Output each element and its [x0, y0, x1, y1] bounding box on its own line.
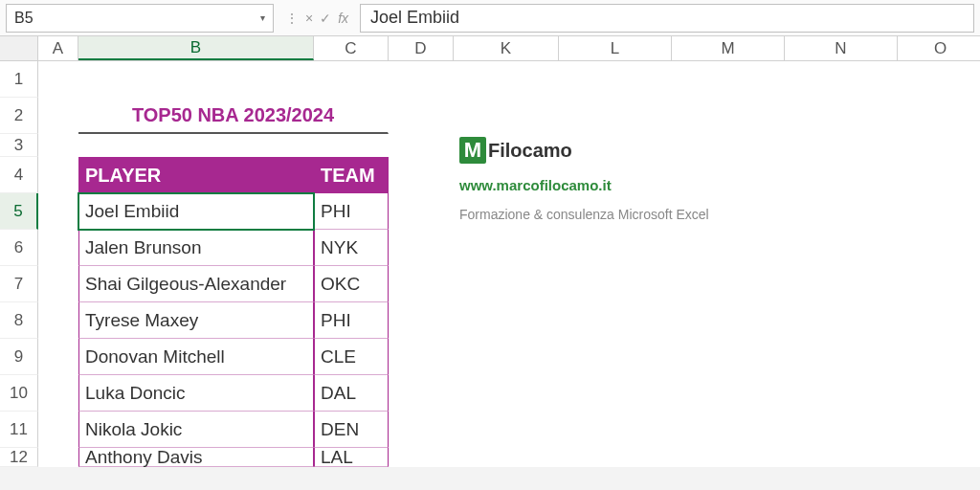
cell[interactable] [38, 448, 78, 467]
row-header[interactable]: 12 [0, 448, 38, 467]
cell[interactable] [78, 61, 314, 98]
player-cell[interactable]: Joel Embiid [78, 193, 314, 230]
table-header-team[interactable]: TEAM [314, 157, 389, 193]
table-row: Jalen BrunsonNYK [38, 230, 980, 266]
divider-icon: ⋮ [283, 11, 301, 26]
cancel-icon[interactable]: × [303, 11, 315, 26]
team-cell[interactable]: PHI [314, 193, 389, 230]
cell[interactable] [38, 134, 78, 157]
grid-area: ABCDKLMNO TOP50 NBA 2023/2024 PLAYER [38, 36, 980, 467]
logo-icon: M [459, 137, 486, 164]
fx-icon[interactable]: fx [336, 11, 350, 26]
team-cell[interactable]: PHI [314, 302, 389, 339]
cell-reference: B5 [14, 10, 33, 27]
column-header[interactable]: N [785, 36, 898, 60]
team-cell[interactable]: CLE [314, 339, 389, 375]
player-cell[interactable]: Anthony Davis [78, 448, 314, 467]
table-row: Shai Gilgeous-AlexanderOKC [38, 266, 980, 302]
cell[interactable] [38, 230, 78, 266]
logo-text: Filocamo [488, 140, 572, 162]
column-header[interactable]: K [454, 36, 559, 60]
formula-value: Joel Embiid [370, 8, 459, 28]
cell[interactable] [38, 339, 78, 375]
team-cell[interactable]: OKC [314, 266, 389, 302]
row-header[interactable]: 4 [0, 157, 38, 193]
title-cell[interactable]: TOP50 NBA 2023/2024 [78, 98, 389, 134]
column-header[interactable]: B [78, 36, 314, 60]
cell[interactable] [38, 61, 78, 98]
cell[interactable] [38, 98, 78, 134]
column-header[interactable]: A [38, 36, 78, 60]
grid-body[interactable]: TOP50 NBA 2023/2024 PLAYER TEAM Joel Emb… [38, 61, 980, 467]
column-header[interactable]: C [314, 36, 389, 60]
branding-overlay: M Filocamo www.marcofilocamo.it Formazio… [459, 137, 709, 222]
formula-controls: ⋮ × ✓ fx [278, 11, 356, 26]
row-header[interactable]: 6 [0, 230, 38, 266]
player-cell[interactable]: Donovan Mitchell [78, 339, 314, 375]
row-headers: 123456789101112 [0, 36, 38, 467]
formula-input[interactable]: Joel Embiid [360, 4, 974, 33]
row-header[interactable]: 2 [0, 98, 38, 134]
column-header[interactable]: M [672, 36, 785, 60]
table-row: Nikola JokicDEN [38, 412, 980, 448]
cell[interactable] [38, 266, 78, 302]
player-cell[interactable]: Nikola Jokic [78, 412, 314, 448]
spreadsheet-grid: 123456789101112 ABCDKLMNO TOP50 NBA 2023… [0, 36, 980, 467]
cell[interactable] [38, 302, 78, 339]
table-row: Tyrese MaxeyPHI [38, 302, 980, 339]
team-cell[interactable]: LAL [314, 448, 389, 467]
team-cell[interactable]: DAL [314, 375, 389, 412]
row-header[interactable]: 1 [0, 61, 38, 98]
row-header[interactable]: 11 [0, 412, 38, 448]
team-cell[interactable]: DEN [314, 412, 389, 448]
name-box[interactable]: B5 ▾ [6, 4, 274, 33]
player-cell[interactable]: Luka Doncic [78, 375, 314, 412]
team-cell[interactable]: NYK [314, 230, 389, 266]
table-header-player[interactable]: PLAYER [78, 157, 314, 193]
cell[interactable] [38, 375, 78, 412]
table-row: Luka DoncicDAL [38, 375, 980, 412]
player-cell[interactable]: Tyrese Maxey [78, 302, 314, 339]
cell[interactable] [38, 157, 78, 193]
table-row: Anthony DavisLAL [38, 448, 980, 467]
row-header[interactable]: 7 [0, 266, 38, 302]
player-cell[interactable]: Shai Gilgeous-Alexander [78, 266, 314, 302]
player-cell[interactable]: Jalen Brunson [78, 230, 314, 266]
row-header[interactable]: 3 [0, 134, 38, 157]
tagline: Formazione & consulenza Microsoft Excel [459, 207, 709, 222]
row-header[interactable]: 9 [0, 339, 38, 375]
row-header[interactable]: 10 [0, 375, 38, 412]
table-row: Donovan MitchellCLE [38, 339, 980, 375]
logo: M Filocamo [459, 137, 709, 164]
confirm-icon[interactable]: ✓ [318, 11, 333, 26]
cell[interactable] [38, 193, 78, 230]
column-header[interactable]: O [898, 36, 980, 60]
column-headers: ABCDKLMNO [38, 36, 980, 61]
formula-bar: B5 ▾ ⋮ × ✓ fx Joel Embiid [0, 0, 980, 36]
select-all-corner[interactable] [0, 36, 38, 61]
website-url: www.marcofilocamo.it [459, 177, 709, 193]
column-header[interactable]: L [559, 36, 672, 60]
cell[interactable] [38, 412, 78, 448]
row-header[interactable]: 5 [0, 193, 38, 230]
column-header[interactable]: D [389, 36, 454, 60]
chevron-down-icon[interactable]: ▾ [260, 12, 265, 23]
row-header[interactable]: 8 [0, 302, 38, 339]
